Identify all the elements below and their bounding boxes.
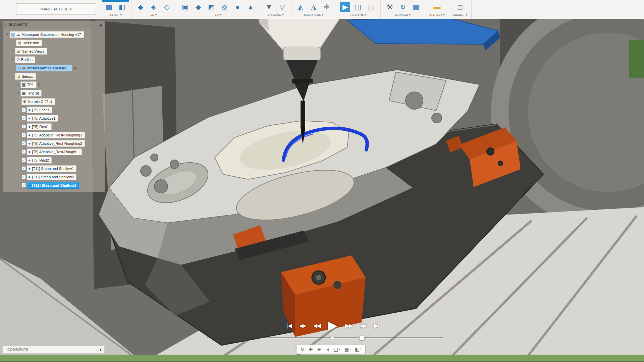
tree-item-chip[interactable]: ⊙▤Motorsport Suspensio...	[16, 65, 72, 71]
ribbon-group-label[interactable]: 2D ▾	[151, 13, 157, 16]
generate-icon[interactable]: ↻	[398, 2, 408, 12]
tree-item-chip[interactable]: ●[T11] Steep and Shallow2	[27, 174, 76, 180]
expander-icon[interactable]: ▾	[11, 75, 15, 78]
ribbon-group-label[interactable]: 3D ▾	[215, 13, 221, 16]
grid-and-snaps-button[interactable]: ▦▾	[344, 347, 351, 352]
bore-icon[interactable]: ▽	[277, 2, 287, 12]
tree-row--t5-rest2[interactable]: ✓●[T5] Rest2	[3, 156, 105, 164]
step-forward-button[interactable]: ▶▶	[345, 322, 353, 329]
timeline-track[interactable]	[207, 338, 443, 338]
tree-row--t11-steep-and-shallow1[interactable]: ✓●[T11] Steep and Shallow1	[3, 164, 105, 173]
timeline-handle[interactable]	[359, 335, 365, 341]
tree-row-setups[interactable]: ▾◪Setups	[3, 72, 105, 80]
tree-item-chip[interactable]: ●[T5] Adaptive_Rest-Roughing2	[27, 140, 85, 147]
tree-row-motorsport-suspensio-[interactable]: ⊙▤Motorsport Suspensio...◍	[3, 64, 105, 72]
tree-item-chip[interactable]: ●[T5] Rest1	[27, 123, 52, 130]
operation-checkbox[interactable]: ✓	[21, 149, 26, 154]
tree-row-hermle-c-42-u[interactable]: ⚙Hermle C 42 U	[3, 97, 105, 106]
go-to-beginning-button[interactable]: |◀	[287, 322, 291, 329]
operation-checkbox[interactable]: ✓	[21, 183, 26, 187]
tree-row--t11-steep-and-shallow2[interactable]: ✓●[T11] Steep and Shallow2	[3, 173, 105, 181]
multi-axis-contour-icon[interactable]: ◮	[309, 2, 319, 12]
2d-adaptive-icon[interactable]: ◆	[136, 2, 146, 12]
tree-row--t11-steep-and-shallow3[interactable]: ✓●[T11] Steep and Shallow3	[3, 181, 105, 189]
tree-item-chip[interactable]: ●[T5] Rest2	[27, 157, 52, 164]
refresh-icon[interactable]: ↻	[38, 82, 41, 87]
new-setup-icon[interactable]: ▦	[104, 2, 114, 12]
ribbon-group-label[interactable]: MULTI-AXIS ▾	[304, 13, 323, 16]
tree-row--t5-rest1[interactable]: ✓●[T5] Rest1	[3, 122, 105, 131]
simulate-icon[interactable]: ▶	[340, 2, 350, 12]
ribbon-group-label[interactable]: INSPECT ▾	[429, 13, 445, 16]
tree-item-chip[interactable]: ●[T5] Face1	[27, 107, 52, 113]
steep-and-shallow-icon[interactable]: ▨	[219, 2, 229, 12]
fit-button[interactable]: ⊡	[325, 347, 329, 352]
tree-row-units-mm[interactable]: ▤Units: mm	[3, 39, 105, 47]
previous-operation-button[interactable]: ◀●	[299, 322, 305, 329]
tree-row-named-views[interactable]: ○▣Named Views	[3, 47, 105, 55]
pan-button[interactable]: ✚	[309, 347, 313, 352]
tree-item-chip[interactable]: ⊙Bodies	[15, 56, 35, 63]
setup-sheet-icon[interactable]: ▤	[366, 2, 376, 12]
display-dot-icon[interactable]: ◉	[99, 23, 102, 27]
scallop-icon[interactable]: ●	[232, 2, 243, 12]
operation-checkbox[interactable]: ✓	[21, 133, 26, 137]
orbit-button[interactable]: ↻	[301, 347, 305, 352]
viewports-button[interactable]: ◧▾	[355, 347, 361, 352]
swarf-icon[interactable]: ◭	[296, 2, 306, 12]
comments-bar[interactable]: COMMENTS ●	[3, 346, 105, 354]
tree-row--t5-face1[interactable]: ✓●[T5] Face1	[3, 106, 105, 114]
expander-icon[interactable]: ▾	[5, 33, 10, 36]
spiral-icon[interactable]: ▲	[246, 2, 256, 12]
workspace-selector[interactable]: MANUFACTURE ▾	[16, 3, 96, 15]
measure-icon[interactable]: ▬	[432, 2, 442, 12]
operation-checkbox[interactable]: ✓	[21, 175, 26, 179]
tree-row--t5-adaptive-rest-roughing2[interactable]: ✓●[T5] Adaptive_Rest-Roughing2	[3, 139, 105, 147]
step-back-button[interactable]: ◀◀	[313, 322, 320, 329]
pocket-clearing-icon[interactable]: ◆	[193, 2, 203, 12]
tree-item-chip[interactable]: ●[T11] Steep and Shallow1	[27, 165, 76, 172]
tree-item-chip[interactable]: ⚙Hermle C 42 U	[21, 98, 55, 105]
operation-checkbox[interactable]: ✓	[21, 108, 26, 112]
simulation-timeline[interactable]	[207, 335, 443, 341]
zoom-button[interactable]: ⊕	[317, 347, 321, 352]
tree-row-tp1[interactable]: ○▦TP1↻	[3, 80, 105, 89]
ribbon-group-label[interactable]: MANAGE ▾	[395, 13, 411, 16]
display-settings-button[interactable]: ◫▾	[334, 347, 340, 352]
expander-icon[interactable]: ▾	[16, 92, 20, 95]
tree-row--t5-adaptive1[interactable]: ✓●[T5] Adaptive1	[3, 114, 105, 122]
tree-item-chip[interactable]: ▤Units: mm	[16, 40, 42, 46]
drill-icon[interactable]: ▼	[264, 2, 274, 12]
ribbon-group-label[interactable]: SETUP ▾	[109, 13, 122, 16]
ribbon-group-label[interactable]: DRILLING ▾	[267, 13, 284, 16]
comments-dot-icon[interactable]: ●	[100, 348, 102, 352]
ribbon-group-label[interactable]: ACTIONS ▾	[350, 13, 366, 16]
ncprogram-icon[interactable]: ▥	[411, 2, 421, 12]
tree-item-chip[interactable]: ▦☁Motorsport Suspension Housing v17	[10, 31, 84, 38]
next-operation-button[interactable]: ●▶	[360, 322, 366, 329]
visibility-toggle-icon[interactable]: ○	[16, 83, 20, 86]
expander-icon[interactable]: ▾	[11, 58, 15, 61]
tree-item-chip[interactable]: ▦TP1	[20, 81, 37, 88]
tree-item-chip[interactable]: ●[T11] Steep and Shallow3	[27, 182, 79, 189]
timeline-position-marker[interactable]	[331, 337, 334, 340]
tree-row-bodies[interactable]: ▾⊙Bodies	[3, 55, 105, 64]
probe-icon[interactable]: ✚	[322, 2, 332, 12]
operation-checkbox[interactable]: ✓	[21, 124, 26, 129]
operation-checkbox[interactable]: ✓	[21, 166, 26, 171]
parallel-icon[interactable]: ◩	[206, 2, 216, 12]
tree-row-motorsport-suspension-housing-v17[interactable]: ▾▦☁Motorsport Suspension Housing v17	[3, 30, 105, 39]
adaptive-clearing-icon[interactable]: ▣	[180, 2, 190, 12]
play-button[interactable]: ▶	[328, 318, 337, 333]
globe-icon[interactable]: ◍	[73, 66, 77, 70]
tree-item-chip[interactable]: ▣Named Views	[15, 48, 47, 55]
operation-checkbox[interactable]: ✓	[21, 141, 26, 145]
select-icon[interactable]: ◻	[455, 2, 465, 12]
ribbon-group-label[interactable]: SELECT ▾	[453, 13, 467, 16]
face-icon[interactable]: ◇	[162, 2, 172, 12]
post-process-icon[interactable]: ◫	[353, 2, 363, 12]
operation-checkbox[interactable]: ✓	[21, 158, 26, 162]
operation-checkbox[interactable]: ✓	[21, 116, 26, 120]
tool-library-icon[interactable]: ⚒	[385, 2, 395, 12]
2d-pocket-icon[interactable]: ◈	[149, 2, 159, 12]
